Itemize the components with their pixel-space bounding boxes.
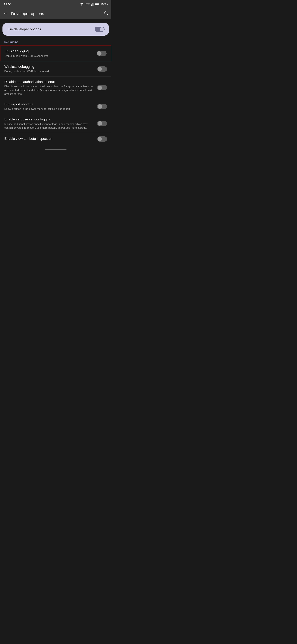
battery-icon (95, 3, 99, 6)
developer-options-toggle[interactable] (95, 27, 105, 32)
bug-report-right (97, 104, 107, 109)
usb-debugging-right (97, 51, 107, 56)
wireless-debugging-right (94, 66, 107, 72)
view-attribute-toggle[interactable] (97, 136, 107, 142)
usb-debugging-item[interactable]: USB debugging Debug mode when USB is con… (0, 46, 111, 61)
wireless-debugging-item[interactable]: Wireless debugging Debug mode when Wi-Fi… (0, 62, 111, 76)
toggle-thumb-view (98, 137, 102, 141)
verbose-logging-toggle[interactable] (97, 121, 107, 126)
verbose-logging-subtitle: Include additional device-specific vendo… (4, 122, 94, 130)
disable-adb-auth-right (97, 85, 107, 90)
wireless-debugging-text: Wireless debugging Debug mode when Wi-Fi… (4, 64, 94, 73)
svg-rect-6 (95, 4, 98, 5)
view-attribute-text: Enable view attribute inspection (4, 136, 97, 142)
verbose-logging-right (97, 121, 107, 126)
view-attribute-title: Enable view attribute inspection (4, 136, 94, 141)
status-time: 12:00 (4, 3, 11, 6)
verbose-logging-text: Enable verbose vendor logging Include ad… (4, 117, 97, 130)
wifi-icon (80, 3, 83, 6)
view-attribute-item[interactable]: Enable view attribute inspection (0, 133, 111, 145)
main-content: Use developer options Debugging USB debu… (0, 19, 111, 145)
status-icons: LTE 100% (80, 3, 108, 6)
usb-debugging-title: USB debugging (5, 49, 94, 54)
debugging-section-header: Debugging (0, 39, 111, 46)
svg-rect-3 (92, 3, 93, 6)
toggle-thumb-verbose (98, 121, 102, 126)
wireless-debugging-toggle[interactable] (97, 66, 107, 72)
disable-adb-auth-title: Disable adb authorization timeout (4, 80, 94, 84)
svg-line-9 (107, 14, 108, 15)
home-indicator[interactable] (45, 149, 66, 150)
bottom-bar (0, 145, 111, 153)
svg-rect-7 (99, 4, 99, 5)
disable-adb-auth-item[interactable]: Disable adb authorization timeout Disabl… (0, 77, 111, 99)
signal-icon (91, 3, 94, 6)
wireless-debugging-title: Wireless debugging (4, 64, 91, 69)
bug-report-subtitle: Show a button in the power menu for taki… (4, 107, 94, 111)
svg-rect-2 (92, 4, 92, 6)
usb-debugging-subtitle: Debug mode when USB is connected (5, 54, 94, 58)
developer-options-toggle-card[interactable]: Use developer options (2, 23, 109, 36)
usb-debugging-text: USB debugging Debug mode when USB is con… (5, 49, 97, 58)
battery-percentage: 100% (101, 3, 108, 6)
app-bar: ← Developer options (0, 8, 111, 19)
usb-debugging-toggle[interactable] (97, 51, 107, 56)
bug-report-item[interactable]: Bug report shortcut Show a button in the… (0, 99, 111, 114)
view-attribute-right (97, 136, 107, 142)
svg-rect-4 (93, 3, 94, 6)
svg-point-0 (81, 5, 82, 6)
toggle-thumb-usb (97, 51, 101, 56)
status-bar: 12:00 LTE 100% (0, 0, 111, 8)
verbose-logging-title: Enable verbose vendor logging (4, 117, 94, 122)
verbose-logging-item[interactable]: Enable verbose vendor logging Include ad… (0, 114, 111, 133)
lte-label: LTE (85, 3, 90, 6)
toggle-thumb-bug (98, 104, 102, 109)
disable-adb-auth-subtitle: Disable automatic revocation of adb auth… (4, 85, 94, 96)
page-title: Developer options (11, 11, 100, 16)
disable-adb-auth-text: Disable adb authorization timeout Disabl… (4, 80, 97, 96)
back-button[interactable]: ← (2, 10, 8, 17)
developer-options-label: Use developer options (7, 27, 41, 31)
toggle-thumb-adb (98, 86, 102, 90)
bug-report-text: Bug report shortcut Show a button in the… (4, 102, 97, 111)
vertical-divider (94, 66, 94, 72)
bug-report-title: Bug report shortcut (4, 102, 94, 107)
disable-adb-auth-toggle[interactable] (97, 85, 107, 90)
toggle-thumb-wireless (98, 67, 102, 71)
bug-report-toggle[interactable] (97, 104, 107, 109)
svg-rect-1 (91, 4, 92, 6)
toggle-thumb (100, 27, 104, 32)
wireless-debugging-subtitle: Debug mode when Wi-Fi is connected (4, 70, 91, 74)
search-button[interactable] (103, 10, 109, 17)
